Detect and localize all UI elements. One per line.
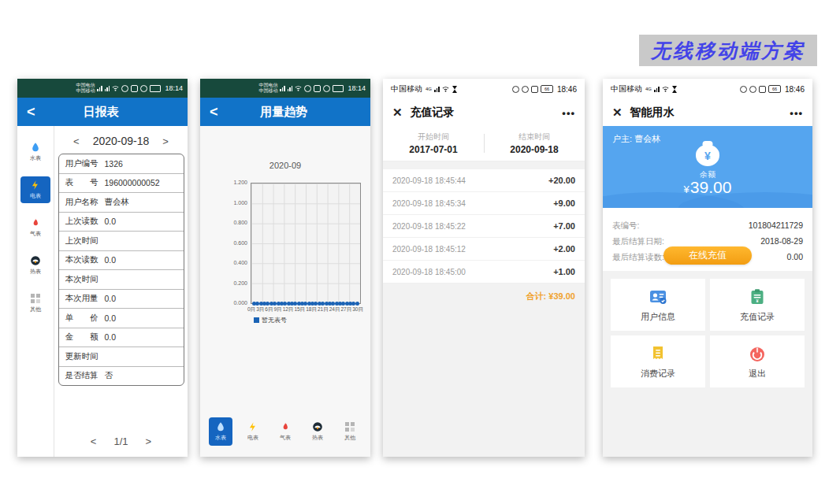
tab-heat[interactable]: 热表 xyxy=(306,417,329,446)
sidebar-item-other[interactable]: 其他 xyxy=(20,290,50,317)
carrier-2: 中国移动 xyxy=(258,88,277,94)
next-page-button[interactable]: > xyxy=(146,435,152,447)
status-time: 18:14 xyxy=(165,84,183,92)
x-tick: 12日 xyxy=(283,306,294,313)
page-header: ✕ 充值记录 ••• xyxy=(383,99,585,126)
signal-icon xyxy=(97,85,102,91)
more-menu-icon[interactable]: ••• xyxy=(790,107,803,119)
balance-value: ¥39.00 xyxy=(603,178,812,197)
app-bar-title: 日报表 xyxy=(35,105,167,120)
row-value: 0.0 xyxy=(105,217,117,226)
tab-gas[interactable]: 气表 xyxy=(273,417,297,446)
sidebar-item-label: 水表 xyxy=(30,154,41,162)
x-tick: 15日 xyxy=(294,306,305,313)
status-time: 18:46 xyxy=(557,85,577,94)
eye-icon xyxy=(512,86,519,93)
current-date[interactable]: 2020-09-18 xyxy=(93,135,150,147)
signal-icon xyxy=(105,85,110,91)
yuan-symbol: ¥ xyxy=(704,150,711,162)
info-row: 表编号: 101804211729 xyxy=(612,220,803,232)
owner-row: 户主: 曹会林 xyxy=(612,133,660,145)
record-time: 2020-09-18 18:45:44 xyxy=(392,176,466,185)
status-bar: 中国移动 4G 66 18:46 xyxy=(603,79,812,99)
battery-icon: 66 xyxy=(768,85,781,93)
row-label: 用户编号 xyxy=(65,158,98,169)
online-recharge-button[interactable]: 在线充值 xyxy=(663,246,752,265)
wifi-icon xyxy=(112,85,119,91)
x-tick: 24日 xyxy=(329,306,340,313)
menu-card-label: 用户信息 xyxy=(641,311,675,323)
lightning-icon xyxy=(30,180,41,191)
sidebar-item-label: 气表 xyxy=(30,230,41,238)
y-tick: 0.600 xyxy=(233,240,247,246)
eye-icon xyxy=(121,85,128,92)
table-row: 本次用量0.0 xyxy=(59,290,184,309)
app-bar: < 用量趋势 xyxy=(200,98,370,126)
record-amount: +7.00 xyxy=(553,221,575,231)
x-tick: 0日 xyxy=(247,306,255,313)
page-title-text: 无线移动端方案 xyxy=(651,38,805,64)
row-value: 曹会林 xyxy=(105,197,130,208)
more-menu-icon[interactable]: ••• xyxy=(562,107,575,119)
info-label: 表编号: xyxy=(612,220,639,232)
start-date-picker[interactable]: 开始时间 2017-07-01 xyxy=(383,126,484,161)
sidebar-item-electric[interactable]: 电表 xyxy=(20,176,50,203)
page-header: ✕ 智能用水 ••• xyxy=(603,99,812,126)
prev-date-button[interactable]: < xyxy=(73,135,80,147)
x-tick: 6日 xyxy=(265,306,273,313)
info-label: 最后结算读数: xyxy=(612,252,664,263)
record-time: 2020-09-18 18:45:34 xyxy=(392,199,466,208)
bluetooth-icon xyxy=(759,86,766,93)
close-icon[interactable]: ✕ xyxy=(612,106,623,120)
signal-icon xyxy=(288,85,293,91)
pagination: < 1/1 > xyxy=(91,435,151,447)
close-icon[interactable]: ✕ xyxy=(392,106,403,120)
user-info-icon xyxy=(649,287,667,306)
menu-card-label: 充值记录 xyxy=(740,311,775,323)
menu-user-info[interactable]: 用户信息 xyxy=(611,279,705,331)
status-time: 18:46 xyxy=(785,85,805,94)
next-date-button[interactable]: > xyxy=(162,135,169,147)
prev-page-button[interactable]: < xyxy=(91,435,97,447)
sidebar-item-gas[interactable]: 气表 xyxy=(20,214,50,241)
meter-type-sidebar: 水表 电表 气表 热表 其他 xyxy=(17,126,54,457)
total-row: 合计: ¥39.00 xyxy=(383,284,585,309)
menu-recharge-records[interactable]: ¥ 充值记录 xyxy=(710,279,805,331)
carrier-2: 中国移动 xyxy=(76,88,95,94)
record-amount: +20.00 xyxy=(548,176,575,185)
tab-label: 电表 xyxy=(247,434,258,442)
record-time: 2020-09-18 18:45:22 xyxy=(392,222,466,231)
record-time: 2020-09-18 18:45:00 xyxy=(392,268,466,276)
y-tick: 0.800 xyxy=(233,220,247,225)
sidebar-item-heat[interactable]: 热表 xyxy=(20,252,50,279)
water-drop-icon xyxy=(30,142,41,153)
alarm-icon xyxy=(522,86,529,93)
alarm-icon xyxy=(140,85,147,92)
tab-other[interactable]: 其他 xyxy=(338,417,362,446)
money-bag-icon: ¥ xyxy=(696,145,719,166)
sidebar-item-water[interactable]: 水表 xyxy=(20,139,50,165)
tab-water[interactable]: 水表 xyxy=(209,417,232,446)
battery-icon: 66 xyxy=(541,85,553,93)
status-bar: 中国电信 中国移动 18:14 xyxy=(17,79,188,98)
tab-electric[interactable]: 电表 xyxy=(241,417,265,446)
back-button[interactable]: < xyxy=(27,105,35,119)
legend-swatch xyxy=(254,317,259,323)
info-value: 101804211729 xyxy=(749,220,803,232)
menu-grid: 用户信息 ¥ 充值记录 消费记录 xyxy=(603,271,812,457)
row-label: 上次读数 xyxy=(65,216,98,227)
y-tick: 0.000 xyxy=(233,300,247,306)
end-date-picker[interactable]: 结束时间 2020-09-18 xyxy=(484,126,585,161)
table-row: 上次时间 xyxy=(59,232,184,251)
row-value: 1326 xyxy=(105,159,123,169)
meter-type-tabbar: 水表 电表 气表 热表 其他 xyxy=(200,417,370,446)
menu-consume-records[interactable]: 消费记录 xyxy=(611,335,705,387)
start-date-label: 开始时间 xyxy=(418,132,449,143)
record-time: 2020-09-18 18:45:12 xyxy=(392,245,466,254)
menu-exit[interactable]: 退出 xyxy=(710,335,805,387)
back-button[interactable]: < xyxy=(210,105,218,119)
alarm-icon xyxy=(323,85,330,92)
row-value: 否 xyxy=(105,370,113,381)
table-row: 上次读数0.0 xyxy=(59,213,184,232)
row-label: 本次用量 xyxy=(65,293,98,304)
